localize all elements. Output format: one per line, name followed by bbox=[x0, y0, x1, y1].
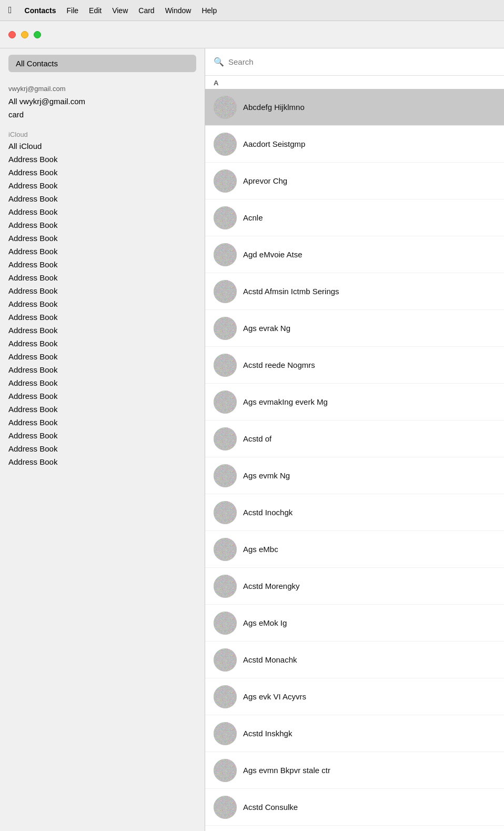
sidebar-item-ab-6[interactable]: Address Book bbox=[8, 218, 196, 232]
sidebar-item-ab-15[interactable]: Address Book bbox=[8, 337, 196, 350]
section-header-a: A bbox=[205, 76, 504, 89]
all-contacts-button[interactable]: All Contacts bbox=[8, 55, 196, 72]
sidebar-item-ab-12[interactable]: Address Book bbox=[8, 297, 196, 311]
sidebar-item-all-icloud[interactable]: All iCloud bbox=[8, 139, 196, 153]
avatar bbox=[214, 612, 237, 635]
avatar bbox=[214, 538, 237, 561]
sidebar-item-card[interactable]: card bbox=[8, 108, 196, 121]
contact-name: Ags eMok Ig bbox=[243, 618, 496, 627]
main-layout: All Contacts vwykrj@gmail.com All vwykrj… bbox=[0, 48, 504, 831]
contact-name: Acstd Inskhgk bbox=[243, 729, 496, 738]
contact-item[interactable]: Ags evmso Compkne bbox=[205, 826, 504, 831]
avatar bbox=[214, 133, 237, 156]
contact-item[interactable]: Acstd Afmsin Ictmb Serings bbox=[205, 273, 504, 310]
contact-name: Aacdort Seistgmp bbox=[243, 139, 496, 148]
sidebar-item-ab-10[interactable]: Address Book bbox=[8, 271, 196, 284]
menubar:  Contacts File Edit View Card Window He… bbox=[0, 0, 504, 21]
avatar bbox=[214, 280, 237, 303]
contact-item[interactable]: Ags evmk Ng bbox=[205, 457, 504, 494]
sidebar-item-ab-13[interactable]: Address Book bbox=[8, 311, 196, 324]
sidebar-item-ab-8[interactable]: Address Book bbox=[8, 245, 196, 258]
contact-name: Acstd Consulke bbox=[243, 803, 496, 812]
menu-window[interactable]: Window bbox=[165, 6, 191, 15]
sidebar-item-ab-24[interactable]: Address Book bbox=[8, 455, 196, 468]
contact-name: Acstd Morengky bbox=[243, 582, 496, 590]
avatar bbox=[214, 317, 237, 340]
contact-name: Ags evmakIng everk Mg bbox=[243, 397, 496, 406]
contact-item[interactable]: Aprevor Chg bbox=[205, 163, 504, 199]
sidebar-item-ab-16[interactable]: Address Book bbox=[8, 350, 196, 363]
contact-item[interactable]: Ags evk VI Acyvrs bbox=[205, 678, 504, 715]
contact-info: Acstd reede Nogmrs bbox=[243, 361, 496, 369]
window: All Contacts vwykrj@gmail.com All vwykrj… bbox=[0, 21, 504, 831]
sidebar-item-ab-9[interactable]: Address Book bbox=[8, 258, 196, 271]
contact-info: Acstd Consulke bbox=[243, 803, 496, 812]
sidebar-item-ab-2[interactable]: Address Book bbox=[8, 166, 196, 179]
contact-info: Aacdort Seistgmp bbox=[243, 139, 496, 148]
close-button[interactable] bbox=[8, 31, 16, 38]
minimize-button[interactable] bbox=[21, 31, 28, 38]
contact-name: Acstd Inochgk bbox=[243, 508, 496, 517]
menu-help[interactable]: Help bbox=[201, 6, 217, 15]
avatar bbox=[214, 759, 237, 782]
menu-card[interactable]: Card bbox=[138, 6, 154, 15]
contact-item[interactable]: Agd eMvoie Atse bbox=[205, 236, 504, 273]
contact-item[interactable]: Acstd Inskhgk bbox=[205, 715, 504, 752]
sidebar-list[interactable]: vwykrj@gmail.com All vwykrj@gmail.com ca… bbox=[0, 78, 205, 831]
sidebar-divider bbox=[0, 121, 205, 126]
sidebar-item-ab-23[interactable]: Address Book bbox=[8, 442, 196, 455]
sidebar-item-ab-4[interactable]: Address Book bbox=[8, 192, 196, 205]
search-bar: 🔍 bbox=[205, 48, 504, 76]
sidebar-item-ab-7[interactable]: Address Book bbox=[8, 232, 196, 245]
contact-name: Ags eMbc bbox=[243, 545, 496, 554]
search-input[interactable] bbox=[228, 57, 496, 66]
sidebar-item-ab-22[interactable]: Address Book bbox=[8, 429, 196, 442]
contact-item[interactable]: Abcdefg Hijklmno bbox=[205, 89, 504, 126]
contact-name: Ags evrak Ng bbox=[243, 324, 496, 333]
contact-item[interactable]: Acstd Inochgk bbox=[205, 494, 504, 531]
contact-name: Aprevor Chg bbox=[243, 176, 496, 185]
sidebar-item-ab-18[interactable]: Address Book bbox=[8, 376, 196, 389]
contact-item[interactable]: Ags eMok Ig bbox=[205, 605, 504, 642]
contact-item[interactable]: Acstd Consulke bbox=[205, 789, 504, 826]
sidebar: All Contacts vwykrj@gmail.com All vwykrj… bbox=[0, 48, 205, 831]
contacts-list[interactable]: A Abcdefg Hijklmno Aacdort Seistgmp bbox=[205, 76, 504, 831]
contact-info: Ags eMbc bbox=[243, 545, 496, 554]
contact-info: Ags evmk Ng bbox=[243, 471, 496, 480]
sidebar-item-ab-3[interactable]: Address Book bbox=[8, 179, 196, 192]
contact-name: Acstd Monachk bbox=[243, 655, 496, 664]
contact-name: Acstd Afmsin Ictmb Serings bbox=[243, 287, 496, 296]
sidebar-item-ab-5[interactable]: Address Book bbox=[8, 205, 196, 218]
menu-edit[interactable]: Edit bbox=[89, 6, 102, 15]
menu-view[interactable]: View bbox=[112, 6, 128, 15]
contact-item[interactable]: Aacdort Seistgmp bbox=[205, 126, 504, 163]
sidebar-item-ab-17[interactable]: Address Book bbox=[8, 363, 196, 376]
contact-name: Ags evmk Ng bbox=[243, 471, 496, 480]
contact-item[interactable]: Ags evmakIng everk Mg bbox=[205, 384, 504, 420]
contact-name: Acstd reede Nogmrs bbox=[243, 361, 496, 369]
sidebar-item-ab-19[interactable]: Address Book bbox=[8, 389, 196, 403]
maximize-button[interactable] bbox=[34, 31, 41, 38]
contact-item[interactable]: Acstd Morengky bbox=[205, 568, 504, 605]
contact-item[interactable]: Ags eMbc bbox=[205, 531, 504, 568]
sidebar-item-ab-1[interactable]: Address Book bbox=[8, 153, 196, 166]
avatar bbox=[214, 354, 237, 377]
sidebar-item-ab-20[interactable]: Address Book bbox=[8, 403, 196, 416]
sidebar-item-all-gmail[interactable]: All vwykrj@gmail.com bbox=[8, 95, 196, 108]
contact-info: Acnle bbox=[243, 213, 496, 222]
contact-item[interactable]: Ags evrak Ng bbox=[205, 310, 504, 347]
sidebar-item-ab-11[interactable]: Address Book bbox=[8, 284, 196, 297]
apple-menu[interactable]:  bbox=[8, 5, 12, 16]
contact-item[interactable]: Acstd of bbox=[205, 420, 504, 457]
contact-item[interactable]: Acnle bbox=[205, 199, 504, 236]
sidebar-item-ab-14[interactable]: Address Book bbox=[8, 324, 196, 337]
contact-item[interactable]: Ags evmn Bkpvr stale ctr bbox=[205, 752, 504, 789]
avatar bbox=[214, 169, 237, 193]
contact-item[interactable]: Acstd Monachk bbox=[205, 642, 504, 678]
right-panel: 🔍 A Abcdefg Hijklmno bbox=[205, 48, 504, 831]
sidebar-item-ab-21[interactable]: Address Book bbox=[8, 416, 196, 429]
contact-info: Ags evrak Ng bbox=[243, 324, 496, 333]
contact-item[interactable]: Acstd reede Nogmrs bbox=[205, 347, 504, 384]
contact-info: Ags evk VI Acyvrs bbox=[243, 692, 496, 701]
menu-file[interactable]: File bbox=[66, 6, 78, 15]
